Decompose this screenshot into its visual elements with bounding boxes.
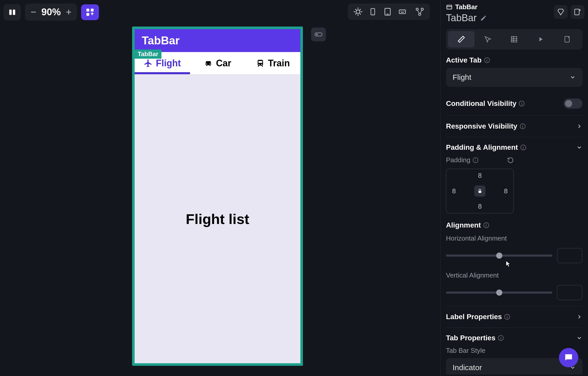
info-icon[interactable]: i [484, 57, 490, 63]
light-mode-button[interactable] [353, 7, 363, 17]
zoom-value: 90% [41, 7, 61, 18]
info-icon[interactable]: i [520, 123, 526, 129]
selection-badge: TabBar [135, 49, 161, 59]
tab-train[interactable]: Train [245, 52, 300, 74]
slider-knob[interactable] [496, 253, 502, 259]
tab-docs[interactable] [554, 31, 580, 47]
ruler-icon [457, 35, 465, 43]
tab-indicator [135, 72, 190, 74]
tab-label: Car [216, 58, 231, 69]
canvas-overlay-button[interactable] [311, 28, 326, 41]
svg-rect-1 [13, 9, 15, 15]
padding-control[interactable]: 8 8 8 8 [446, 169, 514, 214]
tablet-preview-button[interactable] [382, 7, 393, 17]
add-widget-button[interactable] [81, 4, 99, 20]
zoom-control: − 90% + [25, 4, 77, 21]
chevron-down-icon [576, 144, 582, 151]
conditional-visibility-toggle[interactable] [564, 98, 582, 109]
chevron-right-icon [576, 123, 582, 129]
cursor-overlay [505, 260, 512, 267]
svg-point-19 [400, 11, 401, 11]
svg-point-20 [401, 11, 402, 11]
v-align-slider[interactable] [446, 292, 552, 294]
svg-rect-4 [86, 13, 89, 16]
svg-point-31 [258, 64, 259, 65]
add-panel-button[interactable] [571, 5, 584, 19]
add-widget-icon [86, 8, 94, 17]
nodes-icon [415, 7, 424, 16]
zoom-out-button[interactable]: − [31, 7, 36, 18]
svg-point-27 [206, 64, 207, 65]
car-icon [204, 59, 213, 68]
tab-actions[interactable] [475, 31, 501, 47]
padding-right[interactable]: 8 [504, 187, 508, 195]
add-panel-icon [574, 8, 581, 16]
train-icon [256, 59, 265, 68]
zoom-in-button[interactable]: + [66, 7, 71, 18]
chat-icon [564, 353, 574, 363]
sun-icon [354, 7, 362, 16]
app-bar-title: TabBar [142, 34, 180, 47]
svg-point-5 [356, 10, 360, 14]
inspector-scroll[interactable]: Active Tab i Flight Conditional Visibili… [440, 49, 588, 374]
active-tab-select[interactable]: Flight [446, 68, 582, 87]
padding-left[interactable]: 8 [452, 187, 456, 195]
svg-rect-30 [258, 61, 262, 63]
reset-icon[interactable] [507, 157, 514, 164]
svg-rect-38 [512, 36, 517, 42]
chat-fab[interactable] [559, 348, 578, 367]
lock-icon [477, 188, 483, 194]
h-align-input[interactable] [557, 248, 582, 263]
body-text: Flight list [186, 211, 249, 227]
svg-rect-35 [447, 5, 452, 9]
tab-data[interactable] [501, 31, 528, 47]
label-properties-row[interactable]: Label Propertiesi [446, 306, 582, 328]
panel-title: TabBar [446, 12, 477, 23]
info-icon[interactable]: i [473, 157, 478, 163]
tab-car[interactable]: Car [190, 52, 245, 74]
phone-icon [369, 7, 377, 16]
padding-alignment-row[interactable]: Padding & Alignmenti [446, 137, 582, 154]
padding-bottom[interactable]: 8 [478, 203, 482, 210]
select-value: Indicator [453, 363, 482, 372]
inspector-tabs [446, 29, 582, 49]
database-icon [510, 35, 518, 43]
tablet-icon [384, 7, 392, 16]
info-icon[interactable]: i [498, 335, 504, 341]
svg-point-22 [404, 11, 405, 11]
slider-knob[interactable] [496, 290, 502, 296]
tab-animate[interactable] [527, 31, 554, 47]
tab-label: Train [268, 58, 290, 69]
inspector-panel: TabBar TabBar Active Tab i Flight [440, 0, 588, 376]
svg-rect-2 [86, 8, 89, 11]
sidebar-toggle-icon [9, 8, 16, 16]
chevron-down-icon [576, 335, 582, 341]
keyboard-shortcuts-button[interactable] [397, 7, 407, 17]
premium-button[interactable] [554, 5, 568, 19]
device-frame[interactable]: TabBar Flight Car Train Flight list [132, 27, 303, 366]
info-icon[interactable]: i [504, 314, 510, 320]
keyboard-icon [398, 8, 407, 16]
svg-rect-3 [91, 8, 94, 11]
chevron-right-icon [576, 314, 582, 320]
padding-top[interactable]: 8 [478, 172, 482, 180]
h-align-slider[interactable] [446, 255, 552, 257]
edit-icon[interactable] [480, 15, 487, 21]
chevron-down-icon [570, 74, 576, 80]
info-icon[interactable]: i [519, 101, 525, 106]
responsive-visibility-row[interactable]: Responsive Visibilityi [446, 116, 582, 137]
tab-properties-row[interactable]: Tab Propertiesi [446, 328, 582, 344]
svg-rect-34 [316, 34, 318, 35]
crumb-text: TabBar [455, 3, 478, 11]
padding-lock-button[interactable] [474, 185, 485, 197]
info-icon[interactable]: i [520, 145, 526, 150]
padding-label: Padding [446, 156, 470, 164]
variables-button[interactable] [415, 7, 425, 17]
tab-design[interactable] [448, 31, 475, 47]
mobile-preview-button[interactable] [368, 7, 378, 17]
svg-rect-43 [479, 191, 481, 193]
v-align-input[interactable] [557, 285, 582, 300]
info-icon[interactable]: i [483, 222, 489, 228]
tab-body: Flight list [135, 74, 300, 363]
toggle-panel-button[interactable] [4, 4, 21, 20]
